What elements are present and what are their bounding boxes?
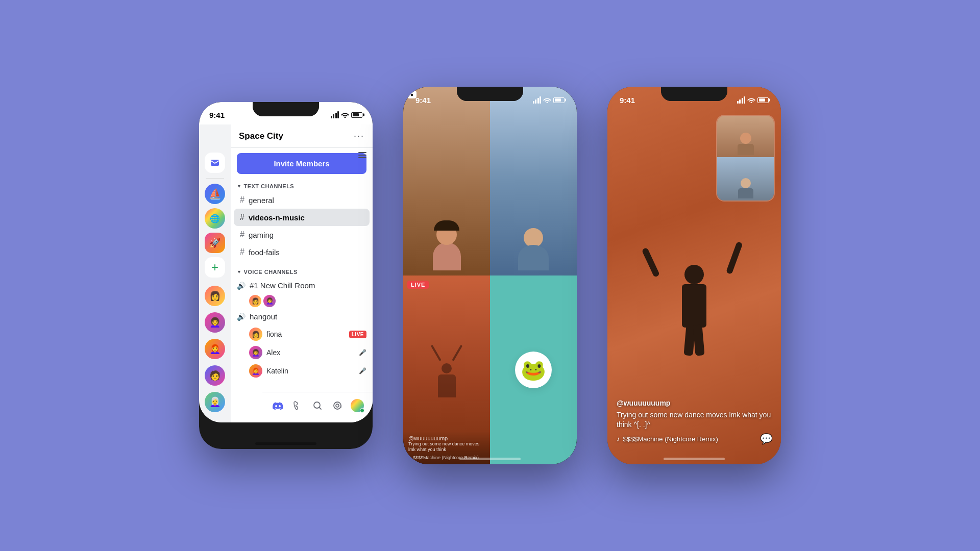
voice-channel-chill-room[interactable]: 🔊 #1 New Chill Room — [231, 277, 373, 294]
menu-button[interactable] — [358, 152, 366, 158]
voice-avatar: 👩‍🦱 — [263, 295, 276, 307]
home-indicator — [664, 458, 725, 460]
channel-general[interactable]: # general — [234, 191, 370, 209]
voice-user-alex[interactable]: 👩‍🦱 Alex 🎤 — [231, 343, 373, 362]
phone-3: @wuuuuuuump Trying out some new dance mo… — [607, 87, 781, 464]
server-header: Space City ··· — [231, 124, 373, 148]
sidebar-avatar-4[interactable]: 🧑 — [205, 365, 225, 386]
phone-1-notch — [253, 102, 319, 116]
server-sidebar: ⛵ 🌐 🚀 + 👩 — [199, 124, 231, 422]
voice-channel-hangout[interactable]: 🔊 hangout — [231, 308, 373, 325]
signal-bars — [533, 96, 542, 104]
voice-channels-label: VOICE CHANNELS — [243, 269, 297, 275]
video-caption: Trying out some new dance moves lmk what… — [408, 441, 485, 453]
pip-bottom — [717, 157, 774, 201]
more-button[interactable]: ··· — [354, 131, 364, 141]
speaker-icon: 🔊 — [237, 282, 246, 290]
pip-top — [717, 116, 774, 157]
server-name: Space City — [239, 131, 283, 141]
hash-icon: # — [240, 247, 244, 257]
battery-icon — [553, 97, 565, 103]
bottom-overlay: @wuuuuuuump Trying out some new dance mo… — [607, 393, 781, 449]
hash-icon: # — [240, 195, 244, 205]
channel-name: gaming — [249, 231, 274, 239]
hash-icon: # — [240, 230, 244, 239]
status-icons — [533, 96, 565, 104]
invite-members-button[interactable]: Invite Members — [237, 153, 366, 174]
svg-line-2 — [320, 407, 322, 409]
mic-off-icon-katelin: 🎤 — [359, 367, 366, 374]
chill-room-avatars: 👩 👩‍🦱 — [231, 294, 373, 308]
sidebar-avatar-3[interactable]: 👩‍🦰 — [205, 339, 225, 359]
wifi-icon — [341, 112, 349, 118]
text-channels-label: TEXT CHANNELS — [243, 183, 294, 189]
p3-caption: Trying out some new dance moves lmk what… — [617, 410, 772, 430]
nav-search[interactable] — [307, 395, 327, 416]
phone-2: ● LIVE — [403, 87, 577, 464]
song-title: $$$$Machine (Nightcore Remix) — [623, 435, 718, 443]
phones-container: ⛵ 🌐 🚀 + 👩 — [199, 87, 781, 464]
server-icon-1[interactable]: ⛵ — [205, 184, 225, 204]
pip-container — [716, 115, 775, 202]
signal-bars — [737, 96, 746, 104]
live-tag: LIVE — [407, 281, 429, 289]
music-note-icon: ♪ — [617, 435, 620, 443]
svg-point-3 — [334, 402, 341, 409]
signal-bars — [331, 111, 339, 118]
wifi-icon — [543, 97, 551, 103]
video-cell-bottom-right: 🐸 — [490, 276, 577, 464]
channel-name: food-fails — [249, 248, 280, 257]
battery-icon — [757, 97, 769, 103]
status-time: 9:41 — [415, 96, 431, 105]
server-icon-space-city[interactable]: 🚀 — [205, 233, 225, 253]
chat-icon[interactable]: 💬 — [760, 433, 773, 445]
add-server-button[interactable]: + — [205, 257, 225, 278]
voice-user-left: 👩‍🦰 Katelin — [249, 364, 288, 378]
sidebar-avatar-2[interactable]: 👩‍🦱 — [205, 312, 225, 333]
phone-1: ⛵ 🌐 🚀 + 👩 — [199, 102, 373, 449]
speaker-icon: 🔊 — [237, 313, 246, 321]
video-cell-top-left: ● — [403, 87, 490, 276]
video-username: @wuuuuuuump — [408, 435, 485, 441]
nav-calls[interactable] — [287, 395, 307, 416]
voice-channels-header: ▼ VOICE CHANNELS — [231, 265, 373, 277]
voice-user-left: 👩‍🦱 Alex — [249, 346, 280, 359]
nav-profile[interactable] — [348, 395, 368, 416]
wifi-icon — [747, 97, 755, 103]
live-badge-fiona: LIVE — [349, 331, 366, 338]
video-cell-top-right — [490, 87, 577, 276]
voice-avatar: 👩 — [249, 295, 261, 307]
channel-name: videos-n-music — [249, 213, 305, 222]
svg-point-4 — [336, 404, 339, 407]
phone-1-screen: ⛵ 🌐 🚀 + 👩 — [199, 102, 373, 422]
bottom-nav — [262, 392, 373, 422]
channel-gaming[interactable]: # gaming — [234, 226, 370, 243]
text-channels-header: ▼ TEXT CHANNELS — [231, 179, 373, 191]
p3-username: @wuuuuuuump — [617, 399, 772, 407]
status-icons — [331, 111, 363, 118]
user-avatar-katelin: 👩‍🦰 — [249, 364, 262, 378]
voice-user-katelin[interactable]: 👩‍🦰 Katelin 🎤 — [231, 362, 373, 380]
svg-rect-0 — [211, 160, 219, 166]
channel-food-fails[interactable]: # food-fails — [234, 243, 370, 261]
server-icon-2[interactable]: 🌐 — [205, 208, 225, 229]
hash-icon: # — [240, 213, 244, 222]
battery-icon — [351, 112, 362, 118]
user-avatar-alex: 👩‍🦱 — [249, 346, 262, 359]
teal-avatar: 🐸 — [515, 352, 552, 388]
voice-user-left: 👩 fiona — [249, 328, 282, 341]
channel-videos-n-music[interactable]: # videos-n-music — [234, 209, 370, 226]
video-cell-bottom-left: LIVE @wuuuuuuump Trying out — [403, 276, 490, 464]
sidebar-avatar-5[interactable]: 👩‍🦳 — [205, 392, 225, 412]
nav-mentions[interactable] — [328, 395, 348, 416]
user-name-katelin: Katelin — [266, 367, 288, 375]
nav-discord[interactable] — [267, 395, 287, 416]
mic-off-icon-alex: 🎤 — [359, 349, 366, 356]
voice-user-fiona[interactable]: 👩 fiona LIVE — [231, 325, 373, 343]
voice-channel-name-text: hangout — [250, 312, 277, 321]
sidebar-avatar-1[interactable]: 👩 — [205, 286, 225, 306]
video-grid: ● LIVE — [403, 87, 577, 464]
status-icons — [737, 96, 769, 104]
dm-icon[interactable] — [205, 153, 225, 173]
home-indicator — [459, 458, 521, 460]
